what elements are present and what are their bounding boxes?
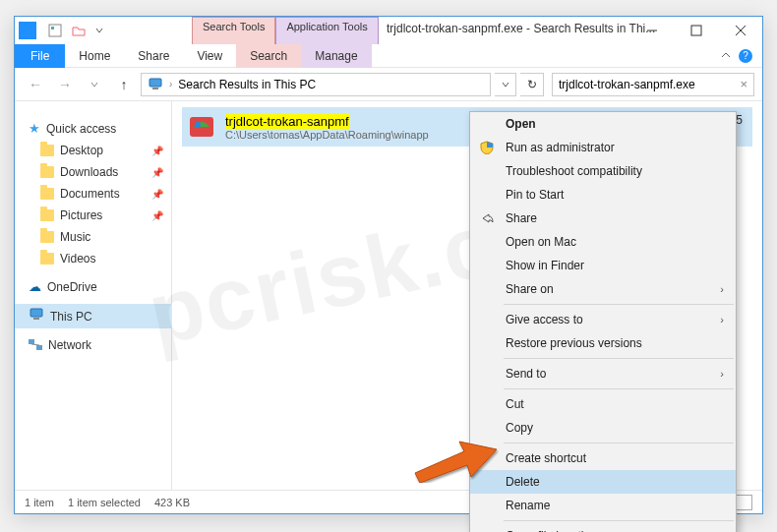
view-tab[interactable]: View [183, 44, 236, 68]
svg-rect-10 [29, 339, 34, 344]
sidebar-item-network[interactable]: Network [15, 334, 171, 356]
svg-line-12 [31, 344, 39, 345]
sidebar-label: Music [60, 230, 90, 244]
up-button[interactable]: ↑ [111, 72, 137, 97]
ctx-rename[interactable]: Rename [470, 494, 736, 517]
folder-icon [40, 231, 54, 243]
sidebar-item-pictures[interactable]: Pictures📌 [15, 205, 171, 226]
svg-rect-6 [149, 79, 161, 87]
sidebar-label: Documents [60, 187, 120, 201]
refresh-button[interactable]: ↻ [520, 73, 544, 96]
ctx-send-to[interactable]: Send to› [470, 362, 736, 385]
sidebar-label: Desktop [60, 144, 103, 157]
back-button[interactable]: ← [23, 72, 48, 97]
chevron-right-icon: › [720, 314, 724, 325]
address-dropdown-icon[interactable] [495, 73, 516, 96]
maximize-button[interactable] [674, 17, 718, 44]
file-tab[interactable]: File [15, 44, 65, 68]
folder-icon [40, 253, 54, 265]
exe-file-icon [188, 113, 215, 141]
folder-icon [40, 188, 54, 200]
ctx-separator [504, 443, 734, 443]
svg-rect-9 [33, 318, 39, 320]
ctx-share[interactable]: Share [470, 207, 736, 230]
navigation-tree: ★Quick access Desktop📌 Downloads📌 Docume… [15, 101, 172, 490]
folder-icon [40, 166, 54, 178]
ctx-open[interactable]: Open [470, 112, 736, 136]
share-tab[interactable]: Share [124, 44, 183, 68]
ctx-run-as-admin[interactable]: Run as administrator [470, 136, 736, 159]
ctx-create-shortcut[interactable]: Create shortcut [470, 446, 736, 470]
ctx-separator [504, 520, 734, 521]
annotation-arrow-icon [410, 434, 499, 487]
sidebar-item-this-pc[interactable]: This PC [15, 304, 171, 328]
recent-dropdown-icon[interactable] [82, 72, 107, 97]
forward-button[interactable]: → [52, 72, 78, 97]
ctx-open-on-mac[interactable]: Open on Mac [470, 230, 736, 254]
result-path: C:\Users\tomas\AppData\Roaming\winapp [225, 129, 429, 141]
ribbon-tabs: File Home Share View Search Manage ? [15, 44, 762, 68]
address-location: Search Results in This PC [178, 78, 316, 91]
folder-icon [40, 209, 54, 221]
pin-icon: 📌 [151, 210, 163, 221]
chevron-right-icon: › [720, 368, 724, 380]
svg-rect-11 [36, 345, 42, 350]
manage-tab[interactable]: Manage [301, 44, 371, 68]
ribbon-expand-icon[interactable] [721, 50, 731, 62]
sidebar-item-videos[interactable]: Videos [15, 248, 171, 269]
context-tab-application-tools[interactable]: Application Tools [275, 17, 378, 44]
ctx-separator [504, 358, 734, 359]
chevron-right-icon: › [169, 79, 172, 89]
sidebar-item-desktop[interactable]: Desktop📌 [15, 140, 171, 161]
address-bar-row: ← → ↑ › Search Results in This PC ↻ × [15, 68, 762, 101]
address-bar[interactable]: › Search Results in This PC [141, 73, 491, 96]
svg-rect-8 [30, 309, 42, 317]
ctx-open-file-location[interactable]: Open file location [470, 524, 736, 532]
ctx-cut[interactable]: Cut [470, 392, 736, 416]
ctx-delete[interactable]: Delete [470, 470, 736, 494]
context-menu: Open Run as administrator Troubleshoot c… [469, 111, 737, 532]
folder-icon [40, 145, 54, 156]
share-icon [478, 209, 496, 227]
sidebar-label: Pictures [60, 208, 102, 222]
ctx-give-access[interactable]: Give access to› [470, 308, 736, 331]
app-icon [19, 22, 36, 39]
sidebar-item-quick-access[interactable]: ★Quick access [15, 117, 171, 140]
new-folder-qat-icon[interactable] [72, 24, 86, 37]
status-item-count: 1 item [25, 497, 54, 508]
large-icons-view-button[interactable] [735, 495, 752, 510]
sidebar-item-documents[interactable]: Documents📌 [15, 183, 171, 205]
properties-qat-icon[interactable] [48, 24, 62, 37]
ctx-separator [504, 304, 734, 305]
sidebar-item-downloads[interactable]: Downloads📌 [15, 161, 171, 183]
qat-dropdown-icon[interactable] [95, 27, 103, 34]
this-pc-icon [29, 308, 44, 325]
sidebar-item-onedrive[interactable]: ☁OneDrive [15, 275, 171, 298]
help-icon[interactable]: ? [739, 49, 752, 63]
minimize-button[interactable] [629, 17, 674, 44]
this-pc-icon [148, 78, 163, 91]
ctx-share-on[interactable]: Share on› [470, 277, 736, 301]
svg-rect-0 [49, 25, 61, 36]
status-selected-count: 1 item selected [68, 497, 141, 508]
svg-point-14 [195, 122, 201, 128]
ctx-pin-to-start[interactable]: Pin to Start [470, 183, 736, 207]
ctx-copy[interactable]: Copy [470, 416, 736, 440]
ctx-show-in-finder[interactable]: Show in Finder [470, 254, 736, 277]
close-button[interactable] [718, 17, 762, 44]
search-box[interactable]: × [552, 73, 754, 96]
network-icon [29, 339, 42, 351]
ctx-troubleshoot[interactable]: Troubleshoot compatibility [470, 159, 736, 183]
search-input[interactable] [559, 78, 736, 91]
sidebar-item-music[interactable]: Music [15, 226, 171, 248]
home-tab[interactable]: Home [65, 44, 124, 68]
svg-rect-1 [51, 27, 54, 30]
cloud-icon: ☁ [29, 279, 41, 294]
context-tab-search-tools[interactable]: Search Tools [192, 17, 275, 44]
pin-icon: 📌 [151, 146, 163, 156]
ctx-restore-versions[interactable]: Restore previous versions [470, 331, 736, 355]
result-filename: trjdlcot-trokan-sanpmf [225, 114, 429, 129]
clear-search-icon[interactable]: × [740, 77, 747, 91]
search-tab[interactable]: Search [236, 44, 301, 68]
svg-rect-3 [691, 26, 701, 35]
